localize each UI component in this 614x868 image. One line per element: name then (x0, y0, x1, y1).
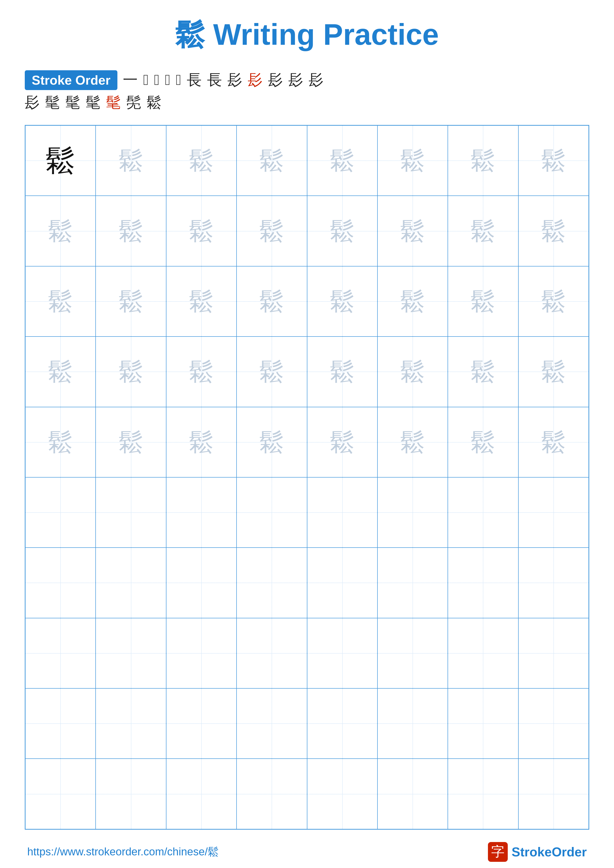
grid-cell[interactable]: 鬆 (307, 126, 378, 196)
grid-cell[interactable] (307, 688, 378, 759)
grid-cell[interactable] (166, 688, 236, 759)
grid-cell[interactable]: 鬆 (448, 407, 518, 477)
practice-char: 鬆 (541, 289, 566, 314)
grid-cell[interactable]: 鬆 (25, 266, 96, 336)
grid-cell[interactable]: 鬆 (307, 266, 378, 336)
grid-cell[interactable] (96, 759, 166, 829)
grid-cell[interactable]: 鬆 (378, 196, 448, 266)
grid-cell[interactable]: 鬆 (236, 336, 307, 407)
grid-cell[interactable]: 鬆 (166, 196, 236, 266)
grid-cell[interactable] (518, 759, 589, 829)
stroke-seq-9: 髟 (248, 70, 263, 90)
grid-cell[interactable]: 鬆 (378, 336, 448, 407)
grid-cell[interactable] (96, 688, 166, 759)
grid-cell[interactable] (96, 547, 166, 618)
grid-cell[interactable]: 鬆 (307, 407, 378, 477)
grid-cell[interactable]: 鬆 (236, 126, 307, 196)
grid-cell[interactable]: 鬆 (448, 126, 518, 196)
grid-cell[interactable] (378, 759, 448, 829)
grid-cell[interactable] (166, 477, 236, 547)
grid-cell[interactable] (166, 547, 236, 618)
logo-stroke: Stroke (512, 845, 552, 859)
grid-cell[interactable] (307, 759, 378, 829)
grid-cell[interactable]: 鬆 (236, 196, 307, 266)
grid-cell[interactable] (518, 547, 589, 618)
grid-cell[interactable]: 鬆 (96, 196, 166, 266)
grid-cell[interactable]: 鬆 (518, 336, 589, 407)
grid-cell[interactable]: 鬆 (378, 266, 448, 336)
grid-cell[interactable]: 鬆 (307, 196, 378, 266)
grid-cell[interactable] (448, 477, 518, 547)
grid-cell[interactable]: 鬆 (448, 266, 518, 336)
practice-char: 鬆 (541, 148, 566, 173)
practice-char: 鬆 (400, 219, 425, 243)
grid-cell[interactable] (236, 688, 307, 759)
grid-cell[interactable]: 鬆 (25, 407, 96, 477)
grid-cell[interactable] (518, 618, 589, 688)
practice-char: 鬆 (330, 289, 355, 314)
grid-cell[interactable]: 鬆 (166, 266, 236, 336)
grid-cell[interactable]: 鬆 (378, 126, 448, 196)
grid-cell[interactable]: 鬆 (96, 336, 166, 407)
grid-cell[interactable]: 鬆 (96, 407, 166, 477)
practice-char: 鬆 (259, 289, 284, 314)
grid-cell[interactable] (378, 547, 448, 618)
grid-cell[interactable]: 鬆 (166, 126, 236, 196)
grid-cell[interactable] (307, 547, 378, 618)
grid-cell[interactable]: 鬆 (166, 336, 236, 407)
grid-cell[interactable] (236, 477, 307, 547)
logo-icon: 字 (488, 842, 508, 862)
grid-cell[interactable]: 鬆 (448, 196, 518, 266)
grid-cell[interactable]: 鬆 (236, 407, 307, 477)
grid-cell[interactable]: 鬆 (25, 196, 96, 266)
footer-logo: 字 StrokeOrder (488, 842, 587, 862)
grid-cell[interactable] (96, 477, 166, 547)
practice-char: 鬆 (48, 289, 73, 314)
grid-cell[interactable] (25, 688, 96, 759)
grid-cell[interactable]: 鬆 (378, 407, 448, 477)
grid-cell[interactable]: 鬆 (518, 126, 589, 196)
practice-char: 鬆 (541, 430, 566, 454)
grid-cell[interactable] (307, 477, 378, 547)
grid-cell[interactable]: 鬆 (307, 336, 378, 407)
grid-cell[interactable] (236, 547, 307, 618)
grid-cell[interactable] (448, 547, 518, 618)
grid-cell[interactable] (166, 759, 236, 829)
practice-char: 鬆 (48, 219, 73, 243)
grid-cell[interactable]: 鬆 (96, 266, 166, 336)
grid-cell[interactable] (25, 759, 96, 829)
grid-cell[interactable]: 鬆 (96, 126, 166, 196)
footer-url[interactable]: https://www.strokeorder.com/chinese/鬆 (27, 845, 219, 859)
practice-char: 鬆 (119, 359, 143, 384)
grid-cell[interactable] (25, 547, 96, 618)
grid-cell[interactable] (448, 759, 518, 829)
grid-cell[interactable] (448, 618, 518, 688)
practice-char: 鬆 (119, 219, 143, 243)
grid-cell[interactable] (378, 618, 448, 688)
grid-cell[interactable]: 鬆 (25, 126, 96, 196)
grid-cell[interactable]: 鬆 (518, 266, 589, 336)
grid-cell[interactable]: 鬆 (448, 336, 518, 407)
practice-grid: 鬆鬆鬆鬆鬆鬆鬆鬆鬆鬆鬆鬆鬆鬆鬆鬆鬆鬆鬆鬆鬆鬆鬆鬆鬆鬆鬆鬆鬆鬆鬆鬆鬆鬆鬆鬆鬆鬆鬆鬆 (25, 125, 589, 830)
grid-cell[interactable] (236, 618, 307, 688)
grid-cell[interactable] (378, 688, 448, 759)
grid-cell[interactable] (25, 618, 96, 688)
grid-cell[interactable]: 鬆 (166, 407, 236, 477)
grid-cell[interactable] (448, 688, 518, 759)
grid-cell[interactable] (25, 477, 96, 547)
grid-cell[interactable] (518, 688, 589, 759)
logo-text: StrokeOrder (512, 845, 587, 859)
practice-char: 鬆 (48, 430, 73, 454)
page-title: 鬆 Writing Practice (25, 15, 589, 55)
grid-cell[interactable] (378, 477, 448, 547)
grid-cell[interactable] (166, 618, 236, 688)
grid-cell[interactable] (96, 618, 166, 688)
grid-cell[interactable] (307, 618, 378, 688)
grid-cell[interactable]: 鬆 (236, 266, 307, 336)
practice-char: 鬆 (259, 148, 284, 173)
grid-cell[interactable] (236, 759, 307, 829)
grid-cell[interactable] (518, 477, 589, 547)
grid-cell[interactable]: 鬆 (518, 196, 589, 266)
grid-cell[interactable]: 鬆 (518, 407, 589, 477)
grid-cell[interactable]: 鬆 (25, 336, 96, 407)
